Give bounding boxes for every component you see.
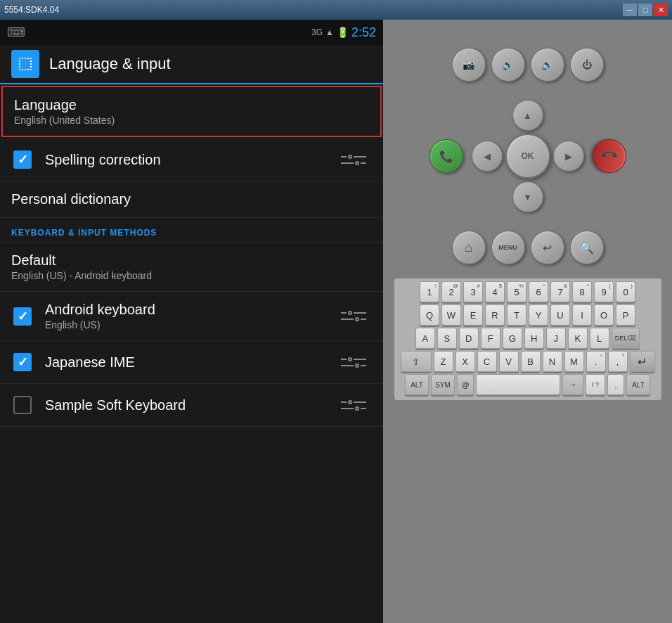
close-button[interactable]: ✕ (654, 4, 668, 16)
key-u[interactable]: U (550, 304, 570, 326)
volume-down-button[interactable]: 🔈 (491, 48, 525, 82)
dpad-down-button[interactable]: ▼ (512, 181, 543, 212)
personal-dictionary-item[interactable]: Personal dictionary (0, 181, 383, 218)
key-p[interactable]: P (616, 304, 635, 326)
power-button[interactable]: ⏻ (570, 48, 604, 82)
key-i[interactable]: I (572, 304, 592, 326)
key-x[interactable]: X (455, 351, 475, 372)
personal-dictionary-title: Personal dictionary (11, 191, 372, 207)
key-3[interactable]: #3 (463, 281, 483, 302)
key-m[interactable]: M (564, 351, 584, 372)
key-arrow-right[interactable]: → (562, 374, 583, 395)
emulator-controls-panel: 📷 🔈 🔊 ⏻ 📞 ▲ ◀ OK ▶ ▼ (383, 20, 672, 623)
camera-button[interactable]: 📷 (452, 48, 486, 82)
window-title: 5554:SDK4.04 (4, 5, 623, 15)
key-5[interactable]: %5 (507, 281, 526, 302)
key-q[interactable]: Q (420, 304, 439, 326)
key-0[interactable]: )0 (616, 281, 635, 302)
key-7[interactable]: &7 (550, 281, 570, 302)
dpad-center-button[interactable]: OK (505, 134, 550, 179)
minimize-button[interactable]: ─ (623, 4, 637, 16)
key-6[interactable]: ^6 (529, 281, 548, 302)
key-j[interactable]: J (546, 328, 566, 349)
sample-keyboard-item[interactable]: Sample Soft Keyboard (0, 384, 383, 427)
key-c[interactable]: C (477, 351, 497, 372)
key-2[interactable]: @2 (441, 281, 461, 302)
header-icon (11, 50, 39, 78)
key-w[interactable]: W (441, 304, 461, 326)
checkbox-checked-icon: ✓ (13, 150, 32, 169)
signal-bars-icon: ▲ (325, 27, 334, 37)
key-alt-right[interactable]: ALT (626, 374, 650, 395)
signal-3g-label: 3G (311, 27, 323, 37)
key-alt-left[interactable]: ALT (405, 374, 429, 395)
key-f[interactable]: F (481, 328, 500, 349)
key-e[interactable]: E (463, 304, 483, 326)
key-shift[interactable]: ⇧ (401, 351, 432, 372)
key-period[interactable]: >. (586, 351, 606, 372)
japanese-ime-checkbox[interactable]: ✓ (11, 351, 34, 373)
key-delete[interactable]: DEL⌫ (612, 328, 640, 349)
sample-tune-icon (341, 400, 366, 411)
key-r[interactable]: R (485, 304, 505, 326)
dpad-container: ▲ ◀ OK ▶ ▼ (470, 98, 586, 214)
key-t[interactable]: T (507, 304, 526, 326)
spelling-correction-settings-btn[interactable] (335, 149, 372, 171)
key-8[interactable]: *8 (572, 281, 592, 302)
dpad-right-button[interactable]: ▶ (553, 141, 584, 172)
call-green-button[interactable]: 📞 (429, 139, 463, 173)
key-space[interactable] (476, 374, 560, 395)
key-slash-question[interactable]: / ? (586, 374, 605, 395)
app-header: Language & input (0, 45, 383, 84)
spelling-correction-checkbox[interactable]: ✓ (11, 148, 34, 171)
language-setting-item[interactable]: Language English (United States) (1, 86, 382, 137)
key-comma-row4[interactable]: ?, (608, 351, 628, 372)
home-button[interactable]: ⌂ (452, 231, 486, 264)
key-at[interactable]: @ (457, 374, 474, 395)
japanese-ime-item[interactable]: ✓ Japanese IME (0, 341, 383, 384)
keyboard-row-numbers: !1 @2 #3 $4 %5 ^6 &7 *8 (9 )0 (397, 281, 659, 302)
sample-checkbox-unchecked (13, 396, 32, 414)
volume-up-button[interactable]: 🔊 (531, 48, 564, 82)
key-v[interactable]: V (499, 351, 519, 372)
key-b[interactable]: B (521, 351, 541, 372)
key-9[interactable]: (9 (594, 281, 614, 302)
sample-keyboard-checkbox[interactable] (11, 394, 34, 416)
android-keyboard-subtitle: English (US) (45, 319, 335, 330)
key-l[interactable]: L (590, 328, 609, 349)
key-g[interactable]: G (503, 328, 522, 349)
android-keyboard-checkbox[interactable]: ✓ (11, 305, 34, 328)
sample-keyboard-settings-btn[interactable] (335, 394, 372, 416)
key-1[interactable]: !1 (420, 281, 439, 302)
call-red-button[interactable]: 📞 (586, 132, 633, 180)
dpad-left-button[interactable]: ◀ (472, 141, 503, 172)
key-d[interactable]: D (459, 328, 479, 349)
key-h[interactable]: H (524, 328, 544, 349)
key-comma-bottom[interactable]: , (607, 374, 624, 395)
key-sym[interactable]: SYM (431, 374, 455, 395)
spelling-correction-item[interactable]: ✓ Spelling correction (0, 139, 383, 181)
dpad-up-button[interactable]: ▲ (512, 100, 543, 131)
key-n[interactable]: N (543, 351, 562, 372)
android-checkbox-checked: ✓ (13, 307, 32, 326)
search-button[interactable]: 🔍 (570, 231, 604, 264)
maximize-button[interactable]: □ (638, 4, 652, 16)
back-button[interactable]: ↩ (531, 231, 564, 264)
key-s[interactable]: S (437, 328, 457, 349)
key-4[interactable]: $4 (485, 281, 505, 302)
virtual-keyboard: !1 @2 #3 $4 %5 ^6 &7 *8 (9 )0 Q W E R T … (394, 278, 661, 400)
key-k[interactable]: K (568, 328, 588, 349)
key-o[interactable]: O (594, 304, 614, 326)
key-a[interactable]: A (415, 328, 435, 349)
default-keyboard-item[interactable]: Default English (US) - Android keyboard (0, 243, 383, 292)
key-y[interactable]: Y (529, 304, 548, 326)
window-controls: ─ □ ✕ (623, 4, 668, 16)
key-z[interactable]: Z (434, 351, 453, 372)
keyboard-status-icon: ⌨ (7, 25, 25, 40)
menu-button[interactable]: MENU (491, 231, 525, 264)
key-enter[interactable]: ↵ (630, 351, 655, 372)
android-keyboard-item[interactable]: ✓ Android keyboard English (US) (0, 292, 383, 341)
language-input-icon (17, 56, 34, 72)
japanese-ime-settings-btn[interactable] (335, 352, 372, 373)
android-keyboard-settings-btn[interactable] (335, 305, 372, 327)
